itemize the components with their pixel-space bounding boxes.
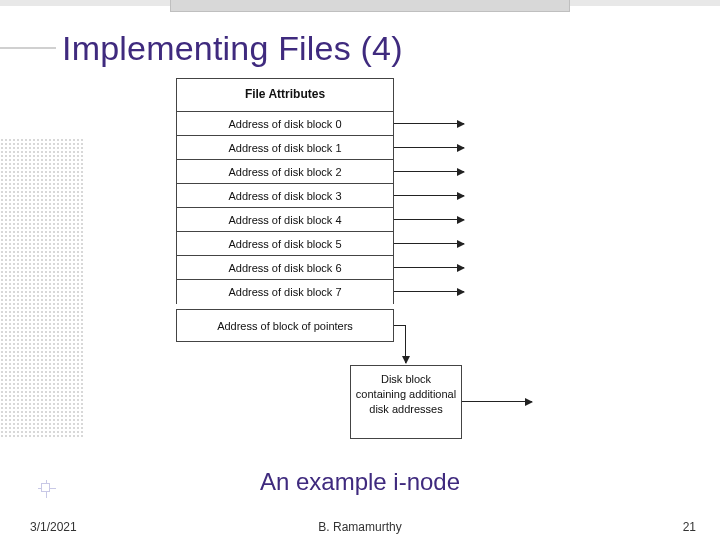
title-underline	[0, 47, 56, 49]
arrow-to-block-7	[394, 291, 464, 292]
arrow-from-extra-box	[462, 401, 532, 402]
inode-table: File Attributes Address of disk block 0 …	[176, 78, 394, 342]
diagram-caption: An example i-node	[0, 468, 720, 496]
footer-author: B. Ramamurthy	[0, 520, 720, 534]
arrow-to-block-0	[394, 123, 464, 124]
inode-row: Address of disk block 0	[177, 112, 393, 136]
page-title: Implementing Files (4)	[62, 29, 403, 68]
inode-row: Address of disk block 4	[177, 208, 393, 232]
inode-row: Address of disk block 7	[177, 280, 393, 304]
arrow-to-block-1	[394, 147, 464, 148]
arrow-to-block-6	[394, 267, 464, 268]
inode-row: Address of disk block 2	[177, 160, 393, 184]
inode-diagram: File Attributes Address of disk block 0 …	[0, 78, 720, 438]
inode-row: Address of disk block 5	[177, 232, 393, 256]
arrow-to-block-5	[394, 243, 464, 244]
arrow-to-block-3	[394, 195, 464, 196]
inode-header: File Attributes	[177, 79, 393, 112]
slide: Implementing Files (4) File Attributes A…	[0, 0, 720, 540]
footer-page-number: 21	[683, 520, 696, 534]
arrow-pointer-down	[405, 325, 406, 363]
inode-row: Address of disk block 3	[177, 184, 393, 208]
inode-pointer-block-row: Address of block of pointers	[177, 309, 393, 341]
inode-row: Address of disk block 6	[177, 256, 393, 280]
inode-row: Address of disk block 1	[177, 136, 393, 160]
extra-disk-block-box: Disk block containing additional disk ad…	[350, 365, 462, 439]
title-row: Implementing Files (4)	[0, 18, 720, 78]
arrow-to-block-4	[394, 219, 464, 220]
arrow-to-block-2	[394, 171, 464, 172]
top-accent-box	[170, 0, 570, 12]
